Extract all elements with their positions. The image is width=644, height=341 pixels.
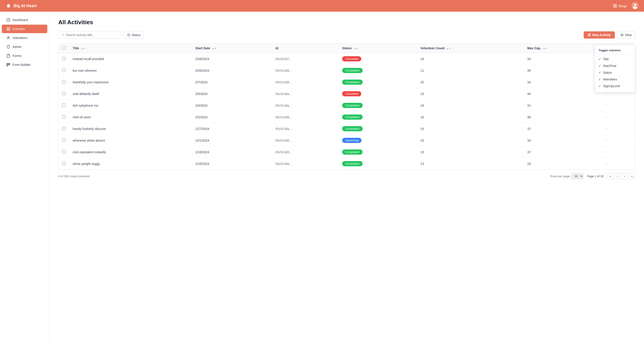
toggle-col-attendees-label: Attendees xyxy=(603,77,617,81)
toggle-col-starttime[interactable]: ✓ StartTime xyxy=(595,62,635,69)
svg-rect-17 xyxy=(8,64,9,65)
row-checkbox-6[interactable] xyxy=(62,127,66,130)
row-title-3: until defiantly dwell xyxy=(69,88,192,100)
toggle-columns-panel: Toggle columns ✓ Title ✓ StartTime ✓ Sta… xyxy=(595,45,635,92)
row-id-3: 65c5c3da... xyxy=(272,88,338,100)
row-checkbox-0[interactable] xyxy=(62,57,66,60)
header-title[interactable]: Title ▲▼ xyxy=(69,43,192,53)
row-start-date-4: 2/4/2024 xyxy=(192,100,272,111)
status-badge-0: Cancelled xyxy=(342,56,362,61)
status-filter-label: Status xyxy=(132,33,140,37)
row-checkbox-3[interactable] xyxy=(62,92,66,95)
toggle-col-attendees[interactable]: ✓ Attendees xyxy=(595,76,635,83)
status-filter-button[interactable]: Status xyxy=(124,31,144,39)
svg-rect-25 xyxy=(588,34,589,35)
row-status-1: Completed xyxy=(338,65,417,76)
header-start-date[interactable]: Start Date ▲▼ xyxy=(192,43,272,53)
row-volunteer-count-5: 10 xyxy=(417,111,524,123)
row-menu-button-5[interactable]: ··· xyxy=(604,115,609,119)
row-checkbox-1[interactable] xyxy=(62,68,66,72)
rows-per-page-select[interactable]: 10 25 50 xyxy=(572,173,584,179)
blogs-link[interactable]: Blogs xyxy=(613,4,627,8)
view-button[interactable]: View xyxy=(617,31,635,39)
toggle-col-title-label: Title xyxy=(603,57,609,61)
sidebar-item-activities[interactable]: Activities xyxy=(2,25,47,33)
check-icon-title: ✓ xyxy=(598,57,601,61)
sidebar-item-forms[interactable]: Forms xyxy=(2,51,47,60)
row-status-6: Completed xyxy=(338,123,417,135)
toggle-columns-header: Toggle columns xyxy=(595,48,635,54)
header-volunteer-count[interactable]: Volunteer Count ▲▼ xyxy=(417,43,524,53)
app-name: Big At Heart xyxy=(14,3,36,8)
row-start-date-7: 1/21/2024 xyxy=(192,135,272,146)
search-input[interactable] xyxy=(66,33,118,37)
row-max-cap-9: 26 xyxy=(524,158,601,170)
row-checkbox-4[interactable] xyxy=(62,103,66,107)
main-content: All Activities Status xyxy=(49,12,644,341)
sidebar-label-form-builder: Form Builder xyxy=(12,63,30,66)
row-title-6: hastily foolishly obscure xyxy=(69,123,192,135)
prev-page-button[interactable]: ‹ xyxy=(614,173,621,179)
svg-rect-19 xyxy=(7,66,8,66)
header-status[interactable]: Status ▲▼ xyxy=(338,43,417,53)
row-start-date-3: 2/5/2024 xyxy=(192,88,272,100)
row-menu-button-6[interactable]: ··· xyxy=(604,126,609,131)
first-page-button[interactable]: « xyxy=(607,173,614,179)
next-page-button[interactable]: › xyxy=(622,173,628,179)
row-actions-5: ··· xyxy=(601,111,635,123)
toolbar-right: New Activity View xyxy=(584,31,635,39)
row-start-date-5: 2/2/2024 xyxy=(192,111,272,123)
top-navigation: Big At Heart Blogs xyxy=(0,0,644,12)
rows-per-page: Rows per page 10 25 50 xyxy=(550,173,584,179)
row-checkbox-5[interactable] xyxy=(62,115,66,118)
select-all-checkbox[interactable] xyxy=(62,46,66,49)
toggle-col-title[interactable]: ✓ Title xyxy=(595,56,635,62)
activities-table: Title ▲▼ Start Date ▲▼ Id Status ▲▼ Volu… xyxy=(58,43,635,170)
svg-rect-28 xyxy=(590,35,590,36)
svg-rect-11 xyxy=(9,29,10,30)
row-checkbox-9[interactable] xyxy=(62,162,66,165)
row-id-0: 65c5c3d7... xyxy=(272,53,338,65)
row-menu-button-4[interactable]: ··· xyxy=(604,103,609,108)
row-volunteer-count-1: 11 xyxy=(417,65,524,76)
header-max-cap[interactable]: Max Cap. ▲▼ xyxy=(524,43,601,53)
row-id-8: 65c5c3d9... xyxy=(272,146,338,158)
status-badge-9: Completed xyxy=(342,161,362,166)
header-checkbox-cell xyxy=(58,43,69,53)
svg-point-6 xyxy=(633,6,637,9)
sidebar-item-dashboard[interactable]: Dashboard xyxy=(2,16,47,24)
user-avatar[interactable] xyxy=(632,2,638,10)
row-actions-6: ··· xyxy=(601,123,635,135)
row-title-0: instead recall provided xyxy=(69,53,192,65)
row-id-1: 65c5c3d8... xyxy=(272,65,338,76)
row-checkbox-7[interactable] xyxy=(62,138,66,142)
toggle-col-status-label: Status xyxy=(603,71,612,74)
row-checkbox-2[interactable] xyxy=(62,80,66,84)
sidebar-item-volunteers[interactable]: Volunteers xyxy=(2,34,47,42)
row-status-9: Completed xyxy=(338,158,417,170)
row-checkbox-cell-8 xyxy=(58,146,69,158)
svg-rect-8 xyxy=(7,27,8,28)
row-status-5: Completed xyxy=(338,111,417,123)
sidebar-item-admin[interactable]: Admin xyxy=(2,42,47,51)
svg-rect-0 xyxy=(614,4,615,5)
toggle-col-status[interactable]: ✓ Status xyxy=(595,69,635,76)
new-activity-button[interactable]: New Activity xyxy=(584,31,615,38)
row-menu-button-7[interactable]: ··· xyxy=(604,138,609,143)
row-id-6: 65c5c3da... xyxy=(272,123,338,135)
row-start-date-0: 2/28/2024 xyxy=(192,53,272,65)
row-checkbox-cell-0 xyxy=(58,53,69,65)
row-checkbox-8[interactable] xyxy=(62,150,66,153)
search-box[interactable] xyxy=(58,31,121,39)
topnav-right: Blogs xyxy=(613,2,638,10)
toggle-col-signuplimit[interactable]: ✓ SignUpLimit xyxy=(595,83,635,89)
row-title-9: whoa upright soggy xyxy=(69,158,192,170)
sidebar-label-admin: Admin xyxy=(12,45,22,49)
row-menu-button-9[interactable]: ··· xyxy=(604,161,609,166)
sidebar-item-form-builder[interactable]: Form Builder xyxy=(2,60,47,69)
last-page-button[interactable]: » xyxy=(629,173,635,179)
table-row: but over whoever 2/26/2024 65c5c3d8... C… xyxy=(58,65,635,76)
new-activity-label: New Activity xyxy=(592,33,611,37)
status-badge-6: Completed xyxy=(342,126,362,131)
row-menu-button-8[interactable]: ··· xyxy=(604,150,609,154)
